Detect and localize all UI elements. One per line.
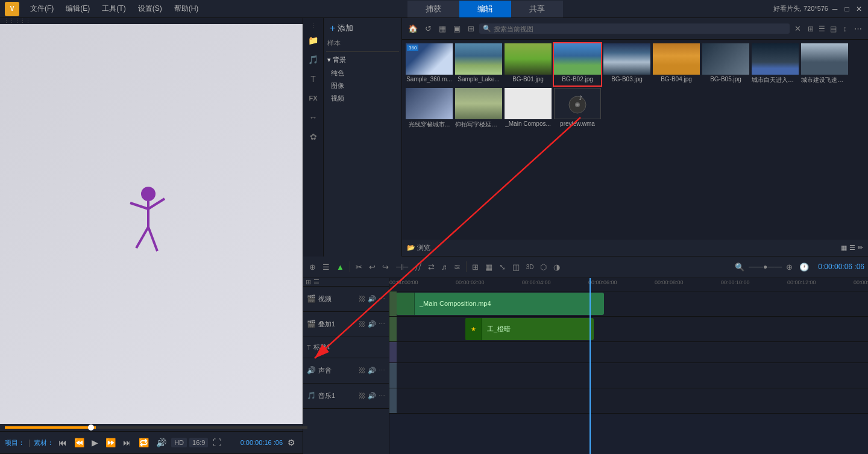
audio-track-more[interactable]: ⋯ bbox=[379, 367, 385, 375]
video-item[interactable]: 视频 bbox=[326, 92, 399, 105]
clip-overlay-main[interactable]: ★ 工_橙暗 bbox=[465, 318, 594, 340]
image-item[interactable]: 图像 bbox=[326, 79, 399, 92]
sidebar-import-icon[interactable]: 📁 bbox=[306, 33, 321, 48]
detail-view-button[interactable]: ▤ bbox=[828, 23, 838, 34]
tl-clock-btn[interactable]: 🕐 bbox=[797, 261, 811, 273]
media-view2-button[interactable]: ▣ bbox=[451, 23, 463, 34]
volume-button[interactable]: 🔊 bbox=[154, 437, 169, 449]
browse-view1[interactable]: ▦ bbox=[841, 244, 847, 252]
sort-button[interactable]: ↕ bbox=[841, 23, 850, 34]
search-input[interactable] bbox=[494, 25, 786, 33]
browse-edit[interactable]: ✏ bbox=[858, 244, 863, 252]
tl-timeline-btn[interactable]: ⊞ bbox=[470, 261, 481, 273]
music-track-link[interactable]: ⛓ bbox=[359, 392, 365, 399]
tab-capture[interactable]: 捕获 bbox=[407, 1, 459, 17]
step-forward-button[interactable]: ⏩ bbox=[103, 437, 118, 449]
playhead[interactable] bbox=[590, 278, 591, 454]
search-clear-button[interactable]: ✕ bbox=[792, 23, 804, 34]
menu-tools[interactable]: 工具(T) bbox=[97, 1, 130, 16]
menu-edit[interactable]: 编辑(E) bbox=[61, 1, 95, 16]
tl-header-btn2[interactable]: ☰ bbox=[313, 278, 319, 286]
sidebar-effects-icon[interactable]: FX bbox=[306, 90, 321, 106]
music-track-vol[interactable]: 🔊 bbox=[368, 392, 376, 400]
zoom-slider[interactable]: ——●—— bbox=[749, 263, 782, 271]
media-item-10[interactable]: 光线穿梭城市... bbox=[406, 88, 453, 130]
video-track-link[interactable]: ⛓ bbox=[359, 295, 365, 302]
media-item-8[interactable]: 城市白天进入夜... bbox=[752, 43, 799, 86]
tl-multicam-btn[interactable]: ◫ bbox=[510, 261, 522, 273]
media-item-2[interactable]: Sample_Lake... bbox=[455, 43, 502, 86]
add-media-button[interactable]: + 添加 bbox=[326, 20, 399, 36]
tl-cut-button[interactable]: ✂ bbox=[353, 261, 365, 273]
step-back-button[interactable]: ⏪ bbox=[72, 437, 87, 449]
tl-add-track-button[interactable]: ⊕ bbox=[307, 261, 318, 273]
menu-file[interactable]: 文件(F) bbox=[25, 1, 58, 16]
media-item-11[interactable]: 仰拍写字楼延时... bbox=[455, 88, 502, 130]
sidebar-stickers-icon[interactable]: ✿ bbox=[306, 129, 321, 145]
tl-motion-button[interactable]: ≋ bbox=[451, 261, 463, 273]
menu-help[interactable]: 帮助(H) bbox=[169, 1, 204, 16]
tl-audio-button[interactable]: ♬ bbox=[439, 261, 450, 273]
fullscreen-button[interactable]: ⛶ bbox=[210, 437, 224, 449]
minimize-button[interactable]: ─ bbox=[831, 5, 839, 13]
tl-redo-button[interactable]: ↪ bbox=[380, 261, 391, 273]
music-track-more[interactable]: ⋯ bbox=[379, 392, 385, 400]
clip-video-main[interactable]: _Main Composition.mp4 bbox=[397, 293, 604, 315]
tab-edit[interactable]: 编辑 bbox=[459, 1, 511, 17]
scrubber[interactable] bbox=[0, 424, 303, 431]
tab-share[interactable]: 共享 bbox=[511, 1, 563, 17]
tl-split-button[interactable]: ⧸⧸ bbox=[413, 261, 424, 273]
video-track-audio[interactable]: 🔊 bbox=[368, 295, 376, 303]
config-button[interactable]: ⚙ bbox=[285, 437, 298, 449]
tl-motion2-btn[interactable]: ⤡ bbox=[497, 261, 508, 273]
tl-text3d-btn[interactable]: 3D bbox=[524, 263, 536, 272]
sidebar-audio-icon[interactable]: 🎵 bbox=[306, 52, 321, 67]
play-to-start-button[interactable]: ⏮ bbox=[56, 437, 69, 449]
tl-mask-btn[interactable]: ⬡ bbox=[538, 261, 549, 273]
scrubber-thumb[interactable] bbox=[88, 424, 94, 431]
media-item-13[interactable]: ♪ preview.wma bbox=[554, 88, 601, 130]
zoom-in-button[interactable]: ⊕ bbox=[784, 261, 795, 273]
media-item-1[interactable]: 360 Sample_360.m... bbox=[406, 43, 453, 86]
media-item-4[interactable]: BG-B02.jpg bbox=[554, 43, 601, 86]
browse-view2[interactable]: ☰ bbox=[849, 244, 855, 252]
media-item-5[interactable]: BG-B03.jpg bbox=[603, 43, 650, 86]
list-view-button[interactable]: ☰ bbox=[817, 23, 827, 34]
media-view3-button[interactable]: ⊞ bbox=[465, 23, 477, 34]
media-view1-button[interactable]: ▦ bbox=[436, 23, 448, 34]
media-refresh-button[interactable]: ↺ bbox=[423, 23, 434, 34]
menu-settings[interactable]: 设置(S) bbox=[133, 1, 167, 16]
tl-auto-button[interactable]: ▲ bbox=[334, 261, 347, 273]
sidebar-text-icon[interactable]: T bbox=[306, 71, 321, 87]
overlay-track-link[interactable]: ⛓ bbox=[359, 320, 365, 328]
tl-speed-button[interactable]: ⇄ bbox=[426, 261, 437, 273]
play-button[interactable]: ▶ bbox=[89, 437, 101, 449]
audio-track-link[interactable]: ⛓ bbox=[359, 367, 365, 374]
media-item-3[interactable]: BG-B01.jpg bbox=[505, 43, 552, 86]
maximize-button[interactable]: □ bbox=[843, 5, 851, 13]
close-button[interactable]: ✕ bbox=[855, 5, 863, 13]
overlay-track-more[interactable]: ⋯ bbox=[379, 320, 385, 328]
tl-multitrack-btn[interactable]: ▦ bbox=[483, 261, 495, 273]
audio-track-vol[interactable]: 🔊 bbox=[368, 367, 376, 375]
sidebar-transitions-icon[interactable]: ↔ bbox=[306, 110, 321, 125]
media-item-6[interactable]: BG-B04.jpg bbox=[653, 43, 700, 86]
play-to-end-button[interactable]: ⏭ bbox=[121, 437, 134, 449]
zoom-out-button[interactable]: 🔍 bbox=[732, 261, 747, 273]
solid-item[interactable]: 纯色 bbox=[326, 67, 399, 79]
tl-header-btn1[interactable]: ⊞ bbox=[306, 278, 311, 286]
video-track-more[interactable]: ⋯ bbox=[379, 295, 385, 303]
media-item-12[interactable]: _Main Compos... bbox=[505, 88, 552, 130]
tl-track-settings-button[interactable]: ☰ bbox=[320, 261, 332, 273]
overlay-track-audio[interactable]: 🔊 bbox=[368, 320, 376, 328]
media-item-9[interactable]: 城市建设飞速崛... bbox=[801, 43, 848, 86]
tl-color-btn[interactable]: ◑ bbox=[551, 261, 562, 273]
loop-button[interactable]: 🔁 bbox=[136, 437, 151, 449]
tl-mark-button[interactable]: ⊣⊢ bbox=[393, 261, 411, 273]
grid-view-button[interactable]: ⊞ bbox=[806, 23, 816, 34]
tl-undo-button[interactable]: ↩ bbox=[366, 261, 378, 273]
more-button[interactable]: ⋯ bbox=[852, 23, 864, 34]
media-item-7[interactable]: BG-B05.jpg bbox=[702, 43, 749, 86]
browse-button[interactable]: 📂 浏览 bbox=[407, 243, 430, 252]
media-back-button[interactable]: 🏠 bbox=[406, 23, 420, 34]
